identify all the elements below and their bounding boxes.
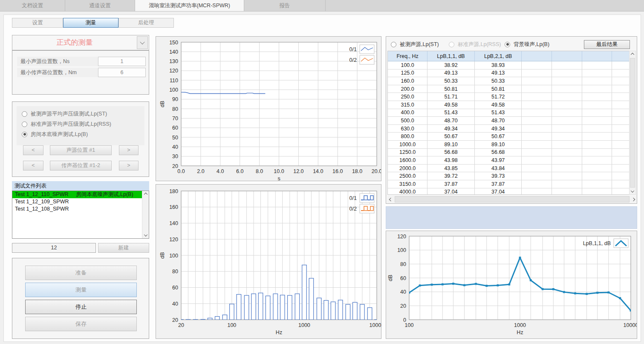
table-row[interactable]: 2500.039.7239.73 xyxy=(388,172,630,180)
table-cell[interactable] xyxy=(552,148,582,156)
table-row[interactable]: 160.050.3350.33 xyxy=(388,77,630,85)
table-cell[interactable] xyxy=(612,69,630,77)
table-cell[interactable] xyxy=(612,117,630,125)
tab-report[interactable]: 报告 xyxy=(244,0,326,11)
table-cell[interactable]: 49.58 xyxy=(474,101,522,109)
table-cell[interactable]: 800.0 xyxy=(388,133,427,141)
table-cell[interactable] xyxy=(582,180,612,188)
result-radio-lp-b[interactable]: 背景噪声,Lp(B) xyxy=(505,40,549,49)
table-cell[interactable]: 50.67 xyxy=(427,133,475,141)
table-cell[interactable] xyxy=(612,85,630,93)
radio-lp-st[interactable]: 被测声源平均声压级测试,Lp(ST) xyxy=(22,110,107,118)
radio-lp-b[interactable]: 房间本底噪声测试,Lp(B) xyxy=(22,130,88,139)
subtab-settings[interactable]: 设置 xyxy=(12,18,63,28)
table-cell[interactable] xyxy=(582,172,612,180)
table-cell[interactable]: 37.04 xyxy=(427,188,475,195)
table-cell[interactable] xyxy=(612,93,630,101)
table-cell[interactable] xyxy=(552,133,582,141)
table-column-header[interactable]: LpB,2,1, dB xyxy=(474,51,522,61)
table-cell[interactable] xyxy=(552,140,582,148)
table-cell[interactable] xyxy=(582,140,612,148)
table-cell[interactable] xyxy=(552,156,582,165)
table-cell[interactable] xyxy=(582,124,612,133)
table-cell[interactable]: 50.81 xyxy=(427,85,475,93)
table-row[interactable]: 250.051.7151.72 xyxy=(388,93,630,101)
scrollbar-thumb[interactable] xyxy=(395,196,630,202)
table-cell[interactable]: 51.71 xyxy=(427,93,475,101)
table-cell[interactable]: 400.0 xyxy=(388,109,427,117)
table-cell[interactable]: 4000.0 xyxy=(388,188,427,195)
table-row[interactable]: 125.049.1349.13 xyxy=(388,69,630,77)
table-cell[interactable]: 37.87 xyxy=(427,180,475,188)
table-cell[interactable] xyxy=(582,164,612,172)
table-cell[interactable]: 39.73 xyxy=(474,172,522,180)
table-column-header[interactable] xyxy=(582,51,612,61)
file-list-item[interactable]: Test 1_12_109_SPWR xyxy=(12,198,142,205)
table-cell[interactable]: 89.10 xyxy=(427,140,475,148)
subtab-postprocess[interactable]: 后处理 xyxy=(118,18,174,28)
table-cell[interactable] xyxy=(522,77,552,85)
tab-mcr-spwr[interactable]: 混响室法测试声功率(MCR-SPWR) xyxy=(135,0,244,11)
table-cell[interactable] xyxy=(552,109,582,117)
table-cell[interactable]: 630.0 xyxy=(388,124,427,133)
table-cell[interactable] xyxy=(552,124,582,133)
table-cell[interactable] xyxy=(612,180,630,188)
table-cell[interactable]: 51.43 xyxy=(474,109,522,117)
table-cell[interactable]: 38.93 xyxy=(474,61,522,69)
source-next-button[interactable]: > xyxy=(119,145,139,155)
table-cell[interactable] xyxy=(612,148,630,156)
table-row[interactable]: 630.049.3449.34 xyxy=(388,124,630,133)
table-cell[interactable]: 250.0 xyxy=(388,93,427,101)
table-cell[interactable] xyxy=(582,61,612,69)
table-cell[interactable]: 56.68 xyxy=(427,148,475,156)
table-cell[interactable]: 49.34 xyxy=(474,124,522,133)
ns-input[interactable]: 1 xyxy=(98,57,146,66)
table-column-header[interactable]: Freq., Hz xyxy=(388,51,427,61)
table-cell[interactable]: 1600.0 xyxy=(388,156,427,165)
table-cell[interactable]: 43.85 xyxy=(427,164,475,172)
table-cell[interactable]: 50.67 xyxy=(474,133,522,141)
mic-prev-button[interactable]: < xyxy=(23,161,43,171)
table-cell[interactable] xyxy=(582,156,612,165)
table-cell[interactable]: 1250.0 xyxy=(388,148,427,156)
table-vertical-scrollbar[interactable] xyxy=(629,51,636,195)
table-cell[interactable] xyxy=(612,124,630,133)
scroll-down-button[interactable] xyxy=(142,232,149,238)
file-count-button[interactable]: 12 xyxy=(12,243,96,253)
table-cell[interactable]: 125.0 xyxy=(388,69,427,77)
table-cell[interactable] xyxy=(522,156,552,165)
table-cell[interactable]: 37.04 xyxy=(474,188,522,195)
table-cell[interactable]: 50.33 xyxy=(427,77,475,85)
table-column-header[interactable] xyxy=(612,51,630,61)
tab-document-settings[interactable]: 文档设置 xyxy=(0,0,65,11)
table-cell[interactable]: 37.87 xyxy=(474,180,522,188)
mic-position-button[interactable]: 传声器位置 #1-2 xyxy=(50,161,112,171)
table-cell[interactable] xyxy=(552,93,582,101)
table-cell[interactable]: 2000.0 xyxy=(388,164,427,172)
table-cell[interactable]: 51.72 xyxy=(474,93,522,101)
table-cell[interactable]: 38.92 xyxy=(427,61,475,69)
table-cell[interactable]: 100.0 xyxy=(388,61,427,69)
table-cell[interactable] xyxy=(582,188,612,195)
table-cell[interactable]: 48.70 xyxy=(474,117,522,125)
scrollbar-thumb[interactable] xyxy=(630,58,635,188)
table-cell[interactable] xyxy=(552,172,582,180)
table-cell[interactable] xyxy=(582,93,612,101)
final-result-button[interactable]: 最后结果 xyxy=(584,40,630,49)
table-cell[interactable]: 50.81 xyxy=(474,85,522,93)
table-cell[interactable] xyxy=(522,133,552,141)
table-cell[interactable]: 315.0 xyxy=(388,101,427,109)
table-cell[interactable] xyxy=(522,164,552,172)
table-cell[interactable] xyxy=(612,172,630,180)
table-cell[interactable]: 1000.0 xyxy=(388,140,427,148)
table-row[interactable]: 315.049.5849.58 xyxy=(388,101,630,109)
table-cell[interactable] xyxy=(612,156,630,165)
table-cell[interactable] xyxy=(552,85,582,93)
source-position-button[interactable]: 声源位置 #1 xyxy=(50,145,112,155)
table-cell[interactable]: 43.84 xyxy=(474,164,522,172)
table-row[interactable]: 3150.037.8737.87 xyxy=(388,180,630,188)
table-row[interactable]: 500.048.7048.70 xyxy=(388,117,630,125)
result-radio-lp-st[interactable]: 被测声源,Lp(ST) xyxy=(391,40,439,49)
table-cell[interactable]: 500.0 xyxy=(388,117,427,125)
table-row[interactable]: 800.050.6750.67 xyxy=(388,133,630,141)
